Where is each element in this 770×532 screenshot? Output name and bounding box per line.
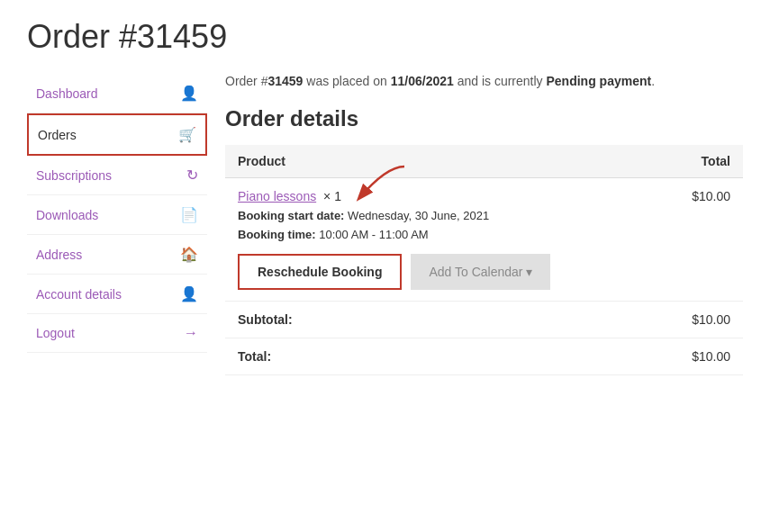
product-price-cell: $10.00 [661, 178, 743, 302]
content-area: Dashboard 👤 Orders 🛒 Subscriptions ↻ Dow… [27, 74, 743, 375]
orders-icon: 🛒 [178, 126, 196, 143]
add-to-calendar-button[interactable]: Add To Calendar ▾ [411, 254, 550, 290]
sidebar-item-address[interactable]: Address 🏠 [27, 235, 207, 275]
product-header: Product [225, 145, 661, 178]
total-value: $10.00 [661, 338, 743, 374]
product-quantity: × 1 [323, 189, 341, 203]
order-notice: Order #31459 was placed on 11/06/2021 an… [225, 74, 743, 88]
subtotal-row: Subtotal: $10.00 [225, 301, 743, 338]
subtotal-label: Subtotal: [225, 301, 661, 338]
downloads-icon: 📄 [180, 206, 198, 223]
subtotal-value: $10.00 [661, 301, 743, 338]
page-title: Order #31459 [27, 18, 743, 56]
product-row: Piano lessons × 1 [225, 178, 743, 302]
sidebar-item-account-details[interactable]: Account details 👤 [27, 275, 207, 314]
total-row: Total: $10.00 [225, 338, 743, 374]
table-header-row: Product Total [225, 145, 743, 178]
product-link[interactable]: Piano lessons [238, 189, 316, 203]
sidebar-item-orders[interactable]: Orders 🛒 [27, 113, 207, 156]
booking-buttons: Reschedule Booking Add To Calendar ▾ [238, 254, 648, 290]
logout-icon: → [184, 325, 198, 341]
product-name-container: Piano lessons × 1 [238, 189, 341, 203]
sidebar-item-subscriptions[interactable]: Subscriptions ↻ [27, 156, 207, 195]
total-header: Total [661, 145, 743, 178]
product-cell: Piano lessons × 1 [225, 178, 661, 302]
subscriptions-icon: ↻ [186, 167, 198, 184]
sidebar-item-downloads[interactable]: Downloads 📄 [27, 195, 207, 235]
sidebar-item-dashboard[interactable]: Dashboard 👤 [27, 74, 207, 113]
sidebar-item-logout[interactable]: Logout → [27, 314, 207, 353]
page-container: Order #31459 Dashboard 👤 Orders 🛒 Subscr… [0, 0, 770, 532]
order-table: Product Total Piano lessons × 1 [225, 145, 743, 375]
order-details-title: Order details [225, 106, 743, 131]
product-details: Booking start date: Wednesday, 30 June, … [238, 207, 648, 245]
account-icon: 👤 [180, 285, 198, 302]
dashboard-icon: 👤 [180, 85, 198, 102]
main-content: Order #31459 was placed on 11/06/2021 an… [225, 74, 743, 375]
sidebar: Dashboard 👤 Orders 🛒 Subscriptions ↻ Dow… [27, 74, 207, 375]
reschedule-button[interactable]: Reschedule Booking [238, 254, 402, 290]
address-icon: 🏠 [180, 246, 198, 263]
total-label: Total: [225, 338, 661, 374]
